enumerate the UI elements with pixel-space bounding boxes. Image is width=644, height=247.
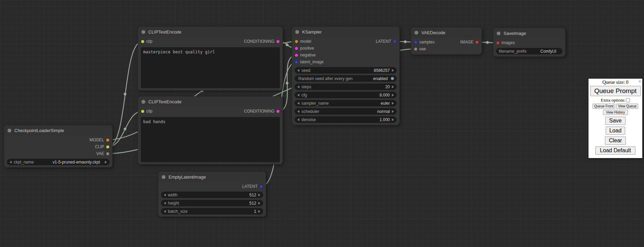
widget-seed[interactable]: seed 8566257 <box>295 67 397 74</box>
increment-icon[interactable] <box>258 194 260 196</box>
decrement-icon[interactable] <box>164 194 166 196</box>
node-graph-canvas[interactable]: CheckpointLoaderSimple MODEL CLIP VAE <box>0 0 644 247</box>
node-title-bar[interactable]: VAEDecode <box>411 27 482 38</box>
node-title-bar[interactable]: CheckpointLoaderSimple <box>4 125 112 135</box>
widget-random-seed-toggle[interactable]: Random seed after every gen enabled <box>295 75 397 82</box>
widget-value: normal <box>377 109 390 114</box>
collapse-dot-icon[interactable] <box>295 30 299 34</box>
slot-row: VAE <box>4 150 112 157</box>
input-label-negative: negative <box>300 53 315 57</box>
view-queue-button[interactable]: View Queue <box>616 104 638 109</box>
output-port-model[interactable] <box>106 139 109 142</box>
widget-value: 8566257 <box>374 68 390 73</box>
input-port-samples[interactable] <box>414 41 417 44</box>
node-ksampler[interactable]: KSampler model LATENT positive <box>292 27 399 125</box>
decrement-icon[interactable] <box>164 210 166 213</box>
input-port-model[interactable] <box>295 40 298 43</box>
link-midpoint-dot <box>486 41 489 44</box>
clear-button[interactable]: Clear <box>605 136 626 145</box>
collapse-dot-icon[interactable] <box>497 31 500 35</box>
collapse-dot-icon[interactable] <box>162 175 165 179</box>
input-port-images[interactable] <box>496 41 499 44</box>
input-port-vae[interactable] <box>414 48 417 51</box>
decrement-icon[interactable] <box>297 86 299 88</box>
increment-icon[interactable] <box>392 94 394 96</box>
node-clip-text-encode-negative[interactable]: CLIPTextEncode clip CONDITIONING bad han… <box>138 96 283 164</box>
increment-icon[interactable] <box>258 210 260 213</box>
widget-height[interactable]: height 512 <box>161 200 263 206</box>
decrement-icon[interactable] <box>297 102 299 105</box>
increment-icon[interactable] <box>105 161 107 164</box>
decrement-icon[interactable] <box>297 118 299 121</box>
node-title-bar[interactable]: KSampler <box>292 27 399 37</box>
output-port-latent[interactable] <box>393 40 396 43</box>
widget-width[interactable]: width 512 <box>161 192 263 198</box>
collapse-dot-icon[interactable] <box>141 30 145 34</box>
node-checkpoint-loader-simple[interactable]: CheckpointLoaderSimple MODEL CLIP VAE <box>4 125 112 167</box>
node-title-bar[interactable]: SaveImage <box>493 28 565 38</box>
node-vae-decode[interactable]: VAEDecode samples IMAGE vae <box>411 27 482 54</box>
widget-filename-prefix[interactable]: filename_prefix ComfyUI <box>496 48 562 54</box>
widget-batch-size[interactable]: batch_size 1 <box>161 208 263 214</box>
collapse-dot-icon[interactable] <box>141 100 145 104</box>
increment-icon[interactable] <box>392 110 394 113</box>
increment-icon[interactable] <box>258 202 260 205</box>
widget-value: euler <box>381 101 390 106</box>
widget-denoise[interactable]: denoise 1.000 <box>295 116 397 123</box>
input-port-latent-image[interactable] <box>295 61 298 64</box>
node-title-bar[interactable]: EmptyLatentImage <box>158 172 266 182</box>
node-empty-latent-image[interactable]: EmptyLatentImage LATENT width 512 height… <box>158 172 266 217</box>
view-history-button[interactable]: View History <box>603 110 628 115</box>
collapse-dot-icon[interactable] <box>8 129 11 132</box>
positive-prompt-textarea[interactable]: masterpiece best quality girl <box>141 47 280 88</box>
decrement-icon[interactable] <box>297 110 299 113</box>
input-label-clip: clip <box>146 39 152 44</box>
node-title-bar[interactable]: CLIPTextEncode <box>138 96 283 107</box>
load-button[interactable]: Load <box>606 127 626 135</box>
input-port-clip[interactable] <box>141 110 144 113</box>
widget-steps[interactable]: steps 20 <box>295 83 397 90</box>
collapse-dot-icon[interactable] <box>414 31 418 35</box>
link-midpoint-dot <box>286 43 288 46</box>
load-default-button[interactable]: Load Default <box>595 146 635 155</box>
decrement-icon[interactable] <box>297 69 299 72</box>
output-port-conditioning[interactable] <box>276 40 280 43</box>
widget-value: v1-5-pruned-emaonly.ckpt <box>52 160 100 165</box>
output-label-clip: CLIP <box>95 144 104 149</box>
slot-row: positive <box>292 45 399 52</box>
output-port-latent[interactable] <box>260 185 263 188</box>
toggle-indicator-icon[interactable] <box>391 77 394 80</box>
widget-sampler-name[interactable]: sampler_name euler <box>295 100 397 106</box>
queue-prompt-button[interactable]: Queue Prompt <box>590 86 641 96</box>
decrement-icon[interactable] <box>164 202 166 205</box>
increment-icon[interactable] <box>392 118 394 121</box>
output-port-vae[interactable] <box>106 152 109 155</box>
input-port-negative[interactable] <box>295 54 298 57</box>
settings-icon[interactable]: ✳ <box>638 80 641 83</box>
input-label-vae: vae <box>419 47 426 51</box>
increment-icon[interactable] <box>392 86 394 88</box>
widget-label: scheduler <box>301 109 319 114</box>
negative-prompt-textarea[interactable]: bad hands <box>141 117 280 162</box>
slot-row: model LATENT <box>292 38 399 45</box>
input-label-samples: samples <box>419 40 435 44</box>
widget-cfg[interactable]: cfg 8.000 <box>295 92 397 98</box>
node-save-image[interactable]: SaveImage images filename_prefix ComfyUI <box>493 28 565 56</box>
output-label-conditioning: CONDITIONING <box>244 39 274 44</box>
input-port-positive[interactable] <box>295 47 298 50</box>
extra-options-checkbox[interactable] <box>626 98 630 102</box>
save-button[interactable]: Save <box>605 117 625 125</box>
increment-icon[interactable] <box>392 69 394 72</box>
node-clip-text-encode-positive[interactable]: CLIPTextEncode clip CONDITIONING masterp… <box>138 27 283 90</box>
output-port-clip[interactable] <box>106 145 109 148</box>
output-port-conditioning[interactable] <box>276 110 280 113</box>
output-port-image[interactable] <box>475 41 479 44</box>
increment-icon[interactable] <box>392 102 394 105</box>
queue-front-button[interactable]: Queue Front <box>593 104 615 109</box>
input-port-clip[interactable] <box>141 40 144 43</box>
widget-scheduler[interactable]: scheduler normal <box>295 108 397 115</box>
widget-ckpt-name[interactable]: ckpt_name v1-5-pruned-emaonly.ckpt <box>7 159 110 165</box>
decrement-icon[interactable] <box>10 161 12 164</box>
decrement-icon[interactable] <box>297 94 299 96</box>
node-title-bar[interactable]: CLIPTextEncode <box>138 27 283 37</box>
